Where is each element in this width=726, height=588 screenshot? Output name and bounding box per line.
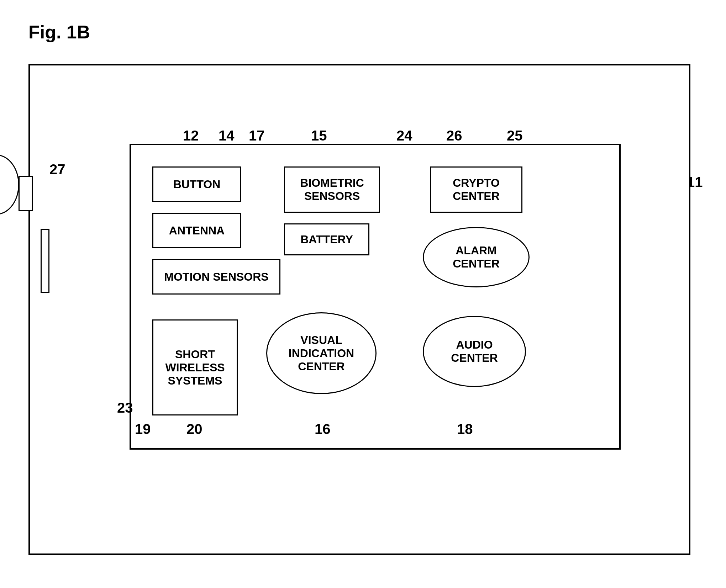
camera-oval	[0, 154, 19, 215]
num-15: 15	[311, 128, 327, 144]
num-25: 25	[507, 128, 523, 144]
crypto-center-component: CRYPTOCENTER	[430, 166, 522, 213]
num-20: 20	[186, 421, 202, 437]
num-14: 14	[219, 128, 235, 144]
num-16: 16	[315, 421, 331, 437]
num-23: 23	[117, 400, 133, 416]
antenna-component: ANTENNA	[152, 213, 241, 248]
camera-connector-rect	[19, 176, 33, 211]
num-19: 19	[135, 421, 151, 437]
num-26: 26	[446, 128, 462, 144]
num-27: 27	[49, 161, 65, 178]
figure-title: Fig. 1B	[28, 21, 90, 43]
num-18: 18	[457, 421, 473, 437]
num-24: 24	[396, 128, 412, 144]
visual-indication-center-component: VISUALINDICATIONCENTER	[266, 312, 377, 394]
button-component: BUTTON	[152, 166, 241, 202]
battery-component: BATTERY	[284, 223, 369, 255]
audio-center-component: AUDIOCENTER	[423, 316, 526, 387]
motion-sensors-component: MOTION SENSORS	[152, 259, 280, 295]
biometric-sensors-component: BIOMETRICSENSORS	[284, 166, 380, 213]
alarm-center-component: ALARMCENTER	[423, 227, 530, 287]
num-17: 17	[249, 128, 265, 144]
bracket-rect	[41, 229, 49, 293]
inner-device-box: BUTTON ANTENNA MOTION SENSORS BIOMETRICS…	[130, 144, 621, 450]
outer-boundary-box: 28 27 BUTTON ANTENNA MOTION SENSORS BIOM…	[28, 64, 690, 555]
num-12: 12	[183, 128, 199, 144]
short-wireless-systems-component: SHORTWIRELESSSYSTEMS	[152, 319, 238, 415]
